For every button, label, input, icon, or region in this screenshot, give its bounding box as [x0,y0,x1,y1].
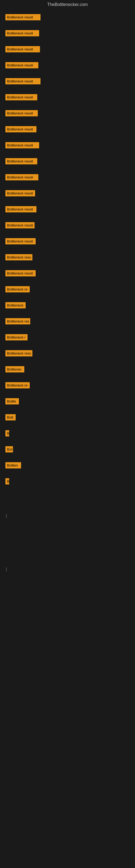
bottleneck-label-27: Bot [5,446,13,453]
bottleneck-bar-30 [3,489,132,499]
bottleneck-bar-2: Bottleneck result [3,41,132,57]
bottleneck-bar-10: Bottleneck result [3,169,132,185]
bottleneck-bar-5: Bottleneck result [3,89,132,105]
bottleneck-label-17: Bottleneck re [5,286,30,292]
bottleneck-label-29: B [5,478,9,485]
bottleneck-label-1: Bottleneck result [5,30,39,36]
bottleneck-label-22: Bottlenec [5,366,24,372]
site-title-text: TheBottlenecker.com [47,2,88,7]
bottleneck-bar-19: Bottleneck res [3,313,132,329]
bottleneck-label-24: Bottle [5,398,19,404]
bottleneck-bar-23: Bottleneck re [3,377,132,393]
bottleneck-bar-35 [3,542,132,552]
bottleneck-bar-9: Bottleneck result [3,153,132,169]
bottleneck-bar-3: Bottleneck result [3,57,132,73]
bottleneck-label-14: Bottleneck result [5,238,36,244]
bottleneck-label-11: Bottleneck result [5,190,35,196]
bottleneck-label-0: Bottleneck result [5,14,41,20]
bottleneck-bar-0: Bottleneck result [3,9,132,25]
bottleneck-bar-27: Bot [3,441,132,457]
bottleneck-bar-25: Bott [3,409,132,425]
bottleneck-label-5: Bottleneck result [5,94,37,100]
bottleneck-label-16: Bottleneck result [5,270,36,276]
bottleneck-label-2: Bottleneck result [5,46,40,52]
bottleneck-bar-18: Bottleneck [3,297,132,313]
bottleneck-label-13: Bottleneck result [5,222,35,228]
bottleneck-label-12: Bottleneck result [5,206,37,212]
bottleneck-bar-4: Bottleneck result [3,73,132,89]
bottleneck-label-3: Bottleneck result [5,62,38,68]
tick-mark-37: | [5,567,7,571]
bottleneck-bar-16: Bottleneck result [3,265,132,281]
bottleneck-bar-13: Bottleneck result [3,217,132,233]
bottleneck-bar-24: Bottle [3,393,132,409]
bars-container: Bottleneck resultBottleneck resultBottle… [0,9,135,576]
bottleneck-label-20: Bottleneck r [5,334,28,340]
bottleneck-bar-32: | [3,509,132,523]
bottleneck-label-6: Bottleneck result [5,110,38,116]
bottleneck-label-19: Bottleneck res [5,318,30,324]
bottleneck-bar-29: B [3,473,132,489]
bottleneck-label-25: Bott [5,414,16,421]
bottleneck-label-9: Bottleneck result [5,158,37,164]
bottleneck-bar-33 [3,523,132,533]
bottleneck-bar-31 [3,499,132,509]
bottleneck-bar-14: Bottleneck result [3,233,132,249]
bottleneck-bar-22: Bottlenec [3,361,132,377]
bottleneck-label-15: Bottleneck resu [5,254,32,260]
bottleneck-bar-21: Bottleneck resu [3,345,132,361]
bottleneck-bar-37: | [3,562,132,576]
bottleneck-label-7: Bottleneck result [5,126,37,132]
bottleneck-bar-11: Bottleneck result [3,185,132,201]
bottleneck-bar-1: Bottleneck result [3,25,132,41]
site-title: TheBottlenecker.com [0,0,135,9]
bottleneck-bar-7: Bottleneck result [3,121,132,137]
bottleneck-bar-6: Bottleneck result [3,105,132,121]
bottleneck-bar-36 [3,552,132,562]
bottleneck-bar-34 [3,533,132,542]
bottleneck-label-8: Bottleneck result [5,142,39,148]
bottleneck-label-28: Bottlen [5,462,21,468]
bottleneck-label-26: B [5,430,9,436]
tick-mark-32: | [5,514,7,518]
bottleneck-bar-20: Bottleneck r [3,329,132,345]
bottleneck-bar-12: Bottleneck result [3,201,132,217]
bottleneck-label-4: Bottleneck result [5,78,41,84]
bottleneck-bar-8: Bottleneck result [3,137,132,153]
bottleneck-bar-26: B [3,425,132,441]
bottleneck-bar-15: Bottleneck resu [3,249,132,265]
bottleneck-label-10: Bottleneck result [5,174,38,180]
bottleneck-label-18: Bottleneck [5,302,26,308]
bottleneck-label-21: Bottleneck resu [5,350,32,356]
bottleneck-label-23: Bottleneck re [5,382,30,389]
bottleneck-bar-28: Bottlen [3,457,132,473]
bottleneck-bar-17: Bottleneck re [3,281,132,297]
